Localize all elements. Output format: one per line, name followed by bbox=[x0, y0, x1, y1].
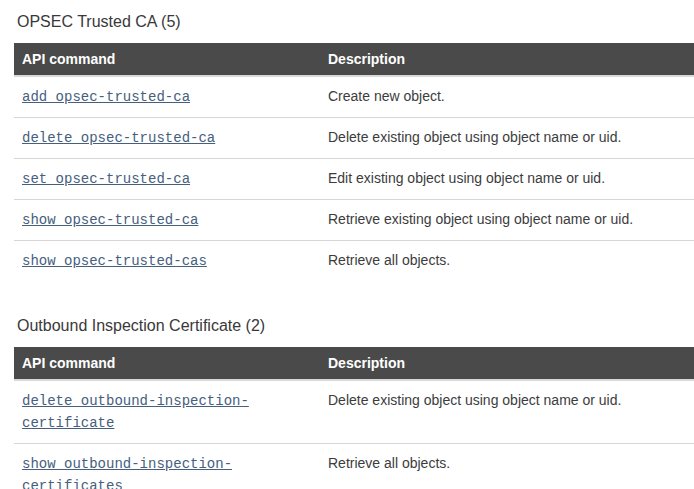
api-command-cell: show outbound-inspection-certificates bbox=[14, 444, 320, 489]
api-reference-content: OPSEC Trusted CA (5) API command Descrip… bbox=[0, 0, 694, 489]
table-header-row: API command Description bbox=[14, 43, 694, 76]
table-body: delete outbound-inspection-certificate D… bbox=[14, 380, 694, 489]
table-row: show opsec-trusted-ca Retrieve existing … bbox=[14, 200, 694, 241]
description-text: Retrieve all objects. bbox=[320, 241, 694, 282]
description-text: Edit existing object using object name o… bbox=[320, 159, 694, 200]
api-command-link[interactable]: set opsec-trusted-ca bbox=[22, 171, 190, 187]
api-command-cell: show opsec-trusted-cas bbox=[14, 241, 320, 282]
table-row: add opsec-trusted-ca Create new object. bbox=[14, 76, 694, 118]
table-header-row: API command Description bbox=[14, 347, 694, 380]
api-command-link[interactable]: show opsec-trusted-cas bbox=[22, 253, 207, 269]
column-header-api-command: API command bbox=[14, 347, 320, 380]
api-command-cell: delete opsec-trusted-ca bbox=[14, 118, 320, 159]
table-row: show outbound-inspection-certificates Re… bbox=[14, 444, 694, 489]
description-text: Retrieve existing object using object na… bbox=[320, 200, 694, 241]
api-command-cell: add opsec-trusted-ca bbox=[14, 76, 320, 118]
column-header-description: Description bbox=[320, 43, 694, 76]
description-text: Delete existing object using object name… bbox=[320, 118, 694, 159]
api-command-cell: show opsec-trusted-ca bbox=[14, 200, 320, 241]
table-row: set opsec-trusted-ca Edit existing objec… bbox=[14, 159, 694, 200]
table-row: delete opsec-trusted-ca Delete existing … bbox=[14, 118, 694, 159]
api-command-cell: delete outbound-inspection-certificate bbox=[14, 380, 320, 444]
api-command-link[interactable]: add opsec-trusted-ca bbox=[22, 89, 190, 105]
section-title: OPSEC Trusted CA (5) bbox=[17, 13, 694, 31]
api-command-table: API command Description add opsec-truste… bbox=[14, 43, 694, 281]
api-command-link[interactable]: show opsec-trusted-ca bbox=[22, 212, 198, 228]
table-row: show opsec-trusted-cas Retrieve all obje… bbox=[14, 241, 694, 282]
api-command-link[interactable]: show outbound-inspection-certificates bbox=[22, 456, 232, 489]
description-text: Delete existing object using object name… bbox=[320, 380, 694, 444]
table-row: delete outbound-inspection-certificate D… bbox=[14, 380, 694, 444]
column-header-description: Description bbox=[320, 347, 694, 380]
api-command-link[interactable]: delete opsec-trusted-ca bbox=[22, 130, 215, 146]
api-section: OPSEC Trusted CA (5) API command Descrip… bbox=[14, 13, 694, 281]
api-section: Outbound Inspection Certificate (2) API … bbox=[14, 317, 694, 489]
api-command-link[interactable]: delete outbound-inspection-certificate bbox=[22, 393, 249, 431]
table-body: add opsec-trusted-ca Create new object. … bbox=[14, 76, 694, 281]
column-header-api-command: API command bbox=[14, 43, 320, 76]
description-text: Create new object. bbox=[320, 76, 694, 118]
section-title: Outbound Inspection Certificate (2) bbox=[17, 317, 694, 335]
description-text: Retrieve all objects. bbox=[320, 444, 694, 489]
api-command-cell: set opsec-trusted-ca bbox=[14, 159, 320, 200]
api-command-table: API command Description delete outbound-… bbox=[14, 347, 694, 489]
